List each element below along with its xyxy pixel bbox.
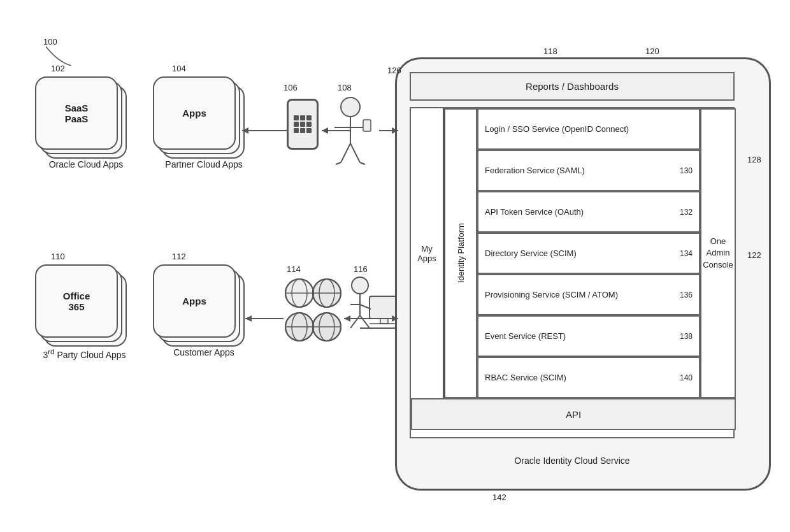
arrow-to-platform-bottom: [379, 312, 401, 325]
ref-118: 118: [543, 47, 557, 56]
service-row-2: Federation Service (SAML) 130: [477, 150, 700, 191]
ref-114: 114: [287, 264, 301, 274]
service-1-label: Login / SSO Service (OpenID Connect): [485, 124, 629, 134]
service-row-5: Provisioning Service (SCIM / ATOM) 136: [477, 274, 700, 315]
globe-icons: [284, 277, 344, 347]
reports-bar: Reports / Dashboards: [410, 72, 735, 101]
phone-dot: [300, 128, 305, 133]
oracle-cloud-label: Oracle Cloud Apps: [35, 159, 137, 169]
ref-106: 106: [284, 83, 298, 92]
identity-platform-box: Identity Platform: [444, 108, 477, 398]
partner-card-front: Apps: [153, 76, 236, 150]
third-party-card-text: Office365: [36, 266, 117, 336]
arrow-person2-to-globes: [341, 312, 376, 325]
svg-line-7: [350, 143, 360, 162]
phone-grid: [294, 115, 312, 133]
ref-112: 112: [172, 252, 186, 261]
partner-cloud-label: Partner Cloud Apps: [153, 159, 255, 169]
api-label: API: [566, 409, 581, 420]
service-row-7: RBAC Service (SCIM) 140: [477, 357, 700, 398]
service-row-4: Directory Service (SCIM) 134: [477, 233, 700, 274]
svg-line-9: [360, 162, 365, 164]
my-apps-box: MyApps: [411, 108, 444, 398]
ref-126: 126: [387, 66, 401, 75]
ref-122: 122: [747, 250, 761, 260]
service-row-6: Event Service (REST) 138: [477, 315, 700, 357]
api-bar: API: [411, 398, 736, 430]
phone-dot: [300, 115, 305, 120]
partner-card-text: Apps: [154, 78, 234, 148]
ref-108: 108: [338, 83, 352, 92]
service-3-ref: 132: [680, 208, 693, 217]
service-7-ref: 140: [680, 373, 693, 382]
third-party-card-front: Office365: [35, 264, 118, 338]
svg-marker-45: [392, 315, 398, 322]
phone-dot: [300, 122, 305, 127]
phone-dot: [294, 122, 299, 127]
service-row-3: API Token Service (OAuth) 132: [477, 191, 700, 233]
svg-line-6: [341, 143, 350, 162]
ref-120: 120: [645, 47, 659, 56]
phone-dot: [294, 115, 299, 120]
one-admin-box: OneAdminConsole: [700, 108, 736, 398]
phone-dot: [306, 122, 312, 127]
identity-platform-label: Identity Platform: [456, 224, 466, 284]
service-row-1: Login / SSO Service (OpenID Connect): [477, 108, 700, 150]
ref-102: 102: [51, 64, 65, 73]
service-4-label: Directory Service (SCIM): [485, 248, 577, 258]
oracle-card-text: SaaSPaaS: [36, 78, 117, 148]
arrow-globes-to-customer: [242, 312, 287, 325]
third-party-label: 3rd Party Cloud Apps: [29, 347, 140, 360]
ref-110: 110: [51, 252, 65, 261]
reports-label: Reports / Dashboards: [526, 81, 619, 92]
svg-point-15: [285, 279, 313, 307]
phone-dot: [306, 115, 312, 120]
service-4-ref: 134: [680, 249, 693, 258]
one-admin-label: OneAdminConsole: [703, 236, 733, 271]
phone-dot: [306, 128, 312, 133]
arrow-person-to-phone: [319, 124, 354, 137]
ref-116: 116: [354, 264, 368, 274]
phone-dot: [294, 128, 299, 133]
service-6-label: Event Service (REST): [485, 331, 566, 341]
service-5-label: Provisioning Service (SCIM / ATOM): [485, 290, 618, 299]
customer-card-front: Apps: [153, 264, 236, 338]
svg-rect-5: [363, 120, 371, 131]
svg-marker-11: [322, 127, 328, 134]
service-7-label: RBAC Service (SCIM): [485, 373, 566, 382]
svg-marker-29: [245, 315, 252, 322]
svg-point-34: [352, 277, 368, 294]
oracle-service-area: Oracle Identity Cloud Service: [410, 445, 735, 477]
oracle-service-label: Oracle Identity Cloud Service: [514, 456, 629, 466]
my-apps-label: MyApps: [417, 244, 436, 263]
svg-marker-1: [242, 127, 248, 134]
ref-142: 142: [492, 492, 506, 502]
service-2-ref: 130: [680, 166, 693, 175]
ref-128: 128: [747, 155, 761, 164]
arrow-to-platform-top: [379, 124, 401, 137]
ref-104: 104: [172, 64, 186, 73]
service-5-ref: 136: [680, 291, 693, 299]
svg-line-8: [336, 162, 341, 164]
svg-point-19: [313, 279, 341, 307]
service-2-label: Federation Service (SAML): [485, 166, 585, 175]
service-3-label: API Token Service (OAuth): [485, 207, 584, 217]
customer-card-text: Apps: [154, 266, 234, 336]
services-area: Login / SSO Service (OpenID Connect) Fed…: [477, 108, 700, 398]
svg-marker-43: [392, 127, 398, 134]
diagram-container: 100 SaaSPaaS 102 Oracle Cloud Apps Apps …: [0, 0, 790, 532]
svg-point-23: [285, 313, 313, 341]
svg-point-2: [341, 97, 360, 117]
svg-point-27: [313, 313, 341, 341]
svg-marker-41: [344, 315, 350, 322]
customer-apps-label: Customer Apps: [153, 347, 255, 357]
arrow-phone-to-partner: [239, 124, 290, 137]
platform-outer: 126 118 120 Reports / Dashboards MyApps …: [395, 57, 771, 491]
service-6-ref: 138: [680, 332, 693, 341]
inner-content: MyApps Identity Platform Login / SSO Ser…: [410, 107, 735, 438]
mobile-phone: [287, 99, 319, 150]
oracle-card-front: SaaSPaaS: [35, 76, 118, 150]
